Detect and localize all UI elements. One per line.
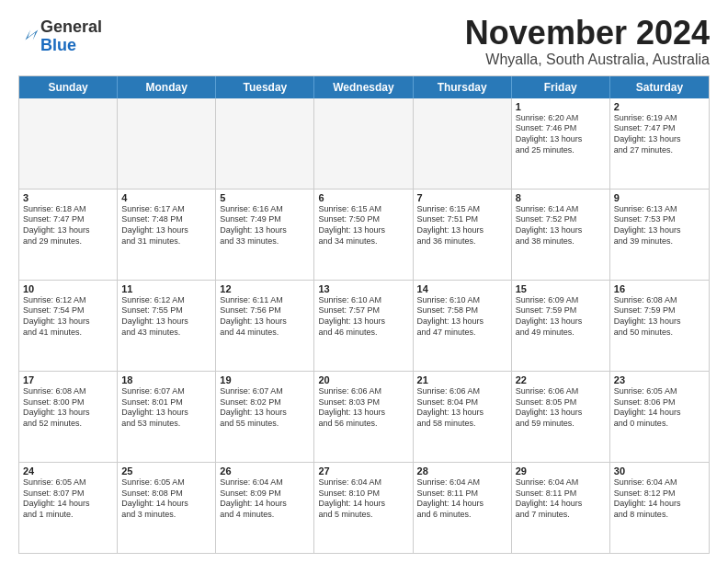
day-info: Sunrise: 6:10 AM Sunset: 7:57 PM Dayligh… xyxy=(318,295,408,339)
logo: General Blue xyxy=(18,18,102,55)
day-info: Sunrise: 6:08 AM Sunset: 8:00 PM Dayligh… xyxy=(23,386,113,430)
calendar-header: SundayMondayTuesdayWednesdayThursdayFrid… xyxy=(19,76,709,98)
day-of-week-header: Saturday xyxy=(610,76,709,98)
empty-cell xyxy=(19,98,118,189)
empty-cell xyxy=(118,98,216,189)
page: General Blue November 2024 Whyalla, Sout… xyxy=(0,0,728,563)
logo-blue: Blue xyxy=(40,37,102,55)
day-cell: 30Sunrise: 6:04 AM Sunset: 8:12 PM Dayli… xyxy=(610,463,709,553)
location: Whyalla, South Australia, Australia xyxy=(465,52,710,68)
day-cell: 8Sunrise: 6:14 AM Sunset: 7:52 PM Daylig… xyxy=(512,190,610,280)
day-number: 3 xyxy=(23,192,113,203)
day-number: 23 xyxy=(614,374,705,385)
title-block: November 2024 Whyalla, South Australia, … xyxy=(465,15,710,68)
day-info: Sunrise: 6:12 AM Sunset: 7:54 PM Dayligh… xyxy=(23,295,113,339)
day-info: Sunrise: 6:18 AM Sunset: 7:47 PM Dayligh… xyxy=(23,204,113,247)
day-number: 29 xyxy=(516,465,606,477)
calendar-body: 1Sunrise: 6:20 AM Sunset: 7:46 PM Daylig… xyxy=(19,98,709,553)
day-number: 30 xyxy=(614,465,705,477)
day-info: Sunrise: 6:04 AM Sunset: 8:10 PM Dayligh… xyxy=(318,477,408,521)
calendar-row: 10Sunrise: 6:12 AM Sunset: 7:54 PM Dayli… xyxy=(19,281,709,372)
day-info: Sunrise: 6:19 AM Sunset: 7:47 PM Dayligh… xyxy=(614,113,705,156)
day-info: Sunrise: 6:06 AM Sunset: 8:04 PM Dayligh… xyxy=(417,386,507,430)
day-cell: 25Sunrise: 6:05 AM Sunset: 8:08 PM Dayli… xyxy=(118,463,216,553)
month-title: November 2024 xyxy=(465,15,710,52)
empty-cell xyxy=(314,98,413,189)
day-number: 8 xyxy=(516,192,606,203)
day-info: Sunrise: 6:06 AM Sunset: 8:03 PM Dayligh… xyxy=(318,386,408,430)
day-cell: 6Sunrise: 6:15 AM Sunset: 7:50 PM Daylig… xyxy=(314,190,413,280)
day-cell: 29Sunrise: 6:04 AM Sunset: 8:11 PM Dayli… xyxy=(512,463,610,553)
day-number: 13 xyxy=(318,283,408,294)
day-info: Sunrise: 6:06 AM Sunset: 8:05 PM Dayligh… xyxy=(516,386,606,430)
day-cell: 5Sunrise: 6:16 AM Sunset: 7:49 PM Daylig… xyxy=(216,190,314,280)
day-info: Sunrise: 6:08 AM Sunset: 7:59 PM Dayligh… xyxy=(614,295,705,339)
day-number: 21 xyxy=(417,374,507,385)
day-cell: 1Sunrise: 6:20 AM Sunset: 7:46 PM Daylig… xyxy=(512,98,610,189)
day-number: 27 xyxy=(318,465,408,477)
header: General Blue November 2024 Whyalla, Sout… xyxy=(18,15,710,68)
day-number: 1 xyxy=(516,101,606,112)
day-info: Sunrise: 6:07 AM Sunset: 8:01 PM Dayligh… xyxy=(121,386,211,430)
day-number: 6 xyxy=(318,192,408,203)
svg-marker-0 xyxy=(26,29,39,40)
logo-text: General Blue xyxy=(40,18,102,55)
day-number: 28 xyxy=(417,465,507,477)
day-cell: 13Sunrise: 6:10 AM Sunset: 7:57 PM Dayli… xyxy=(314,281,413,371)
day-cell: 19Sunrise: 6:07 AM Sunset: 8:02 PM Dayli… xyxy=(216,372,314,462)
day-info: Sunrise: 6:05 AM Sunset: 8:08 PM Dayligh… xyxy=(121,477,211,521)
day-info: Sunrise: 6:16 AM Sunset: 7:49 PM Dayligh… xyxy=(220,204,310,247)
day-info: Sunrise: 6:07 AM Sunset: 8:02 PM Dayligh… xyxy=(220,386,310,430)
day-number: 15 xyxy=(516,283,606,294)
day-cell: 26Sunrise: 6:04 AM Sunset: 8:09 PM Dayli… xyxy=(216,463,314,553)
day-cell: 22Sunrise: 6:06 AM Sunset: 8:05 PM Dayli… xyxy=(512,372,610,462)
day-info: Sunrise: 6:20 AM Sunset: 7:46 PM Dayligh… xyxy=(516,113,606,156)
day-number: 18 xyxy=(121,374,211,385)
day-number: 26 xyxy=(220,465,310,477)
day-number: 4 xyxy=(121,192,211,203)
day-cell: 23Sunrise: 6:05 AM Sunset: 8:06 PM Dayli… xyxy=(610,372,709,462)
day-info: Sunrise: 6:10 AM Sunset: 7:58 PM Dayligh… xyxy=(417,295,507,339)
day-info: Sunrise: 6:11 AM Sunset: 7:56 PM Dayligh… xyxy=(220,295,310,339)
day-cell: 21Sunrise: 6:06 AM Sunset: 8:04 PM Dayli… xyxy=(414,372,512,462)
day-number: 9 xyxy=(614,192,705,203)
day-number: 5 xyxy=(220,192,310,203)
day-cell: 24Sunrise: 6:05 AM Sunset: 8:07 PM Dayli… xyxy=(19,463,118,553)
day-number: 24 xyxy=(23,465,113,477)
day-cell: 27Sunrise: 6:04 AM Sunset: 8:10 PM Dayli… xyxy=(314,463,413,553)
day-number: 17 xyxy=(23,374,113,385)
day-number: 22 xyxy=(516,374,606,385)
day-info: Sunrise: 6:09 AM Sunset: 7:59 PM Dayligh… xyxy=(516,295,606,339)
day-cell: 10Sunrise: 6:12 AM Sunset: 7:54 PM Dayli… xyxy=(19,281,118,371)
day-cell: 11Sunrise: 6:12 AM Sunset: 7:55 PM Dayli… xyxy=(118,281,216,371)
logo-icon xyxy=(20,25,40,45)
day-of-week-header: Thursday xyxy=(414,76,512,98)
day-number: 14 xyxy=(417,283,507,294)
day-cell: 16Sunrise: 6:08 AM Sunset: 7:59 PM Dayli… xyxy=(610,281,709,371)
day-cell: 3Sunrise: 6:18 AM Sunset: 7:47 PM Daylig… xyxy=(19,190,118,280)
day-of-week-header: Sunday xyxy=(19,76,118,98)
day-info: Sunrise: 6:12 AM Sunset: 7:55 PM Dayligh… xyxy=(121,295,211,339)
day-number: 12 xyxy=(220,283,310,294)
day-cell: 4Sunrise: 6:17 AM Sunset: 7:48 PM Daylig… xyxy=(118,190,216,280)
calendar-row: 3Sunrise: 6:18 AM Sunset: 7:47 PM Daylig… xyxy=(19,190,709,281)
calendar-row: 24Sunrise: 6:05 AM Sunset: 8:07 PM Dayli… xyxy=(19,463,709,553)
day-number: 2 xyxy=(614,101,705,112)
day-info: Sunrise: 6:13 AM Sunset: 7:53 PM Dayligh… xyxy=(614,204,705,247)
day-number: 11 xyxy=(121,283,211,294)
calendar-row: 17Sunrise: 6:08 AM Sunset: 8:00 PM Dayli… xyxy=(19,372,709,463)
day-cell: 18Sunrise: 6:07 AM Sunset: 8:01 PM Dayli… xyxy=(118,372,216,462)
day-cell: 20Sunrise: 6:06 AM Sunset: 8:03 PM Dayli… xyxy=(314,372,413,462)
day-cell: 17Sunrise: 6:08 AM Sunset: 8:00 PM Dayli… xyxy=(19,372,118,462)
day-info: Sunrise: 6:15 AM Sunset: 7:51 PM Dayligh… xyxy=(417,204,507,247)
day-cell: 7Sunrise: 6:15 AM Sunset: 7:51 PM Daylig… xyxy=(414,190,512,280)
day-of-week-header: Wednesday xyxy=(314,76,413,98)
day-number: 16 xyxy=(614,283,705,294)
calendar: SundayMondayTuesdayWednesdayThursdayFrid… xyxy=(18,75,710,554)
day-number: 25 xyxy=(121,465,211,477)
day-number: 10 xyxy=(23,283,113,294)
day-of-week-header: Monday xyxy=(118,76,216,98)
logo-general: General xyxy=(40,18,102,37)
day-info: Sunrise: 6:14 AM Sunset: 7:52 PM Dayligh… xyxy=(516,204,606,247)
day-info: Sunrise: 6:04 AM Sunset: 8:09 PM Dayligh… xyxy=(220,477,310,521)
